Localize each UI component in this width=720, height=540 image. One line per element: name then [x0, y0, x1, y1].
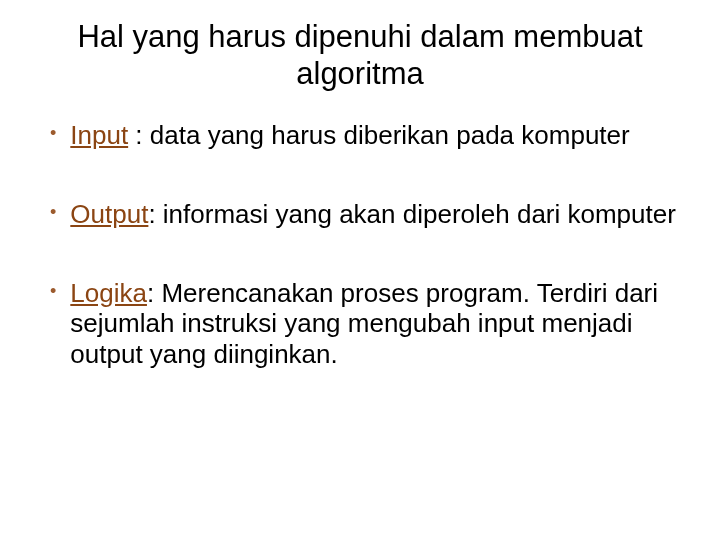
bullet-text: Logika: Merencanakan proses program. Ter… [70, 278, 676, 370]
separator: : [128, 120, 150, 150]
bullet-text: Input : data yang harus diberikan pada k… [70, 120, 629, 151]
term: Output [70, 199, 148, 229]
description: informasi yang akan diperoleh dari kompu… [163, 199, 676, 229]
description: data yang harus diberikan pada komputer [150, 120, 630, 150]
list-item: • Output: informasi yang akan diperoleh … [44, 199, 676, 230]
bullet-icon: • [50, 199, 56, 226]
term: Input [70, 120, 128, 150]
separator: : [148, 199, 162, 229]
term: Logika [70, 278, 147, 308]
bullet-icon: • [50, 120, 56, 147]
bullet-text: Output: informasi yang akan diperoleh da… [70, 199, 676, 230]
slide-title: Hal yang harus dipenuhi dalam membuat al… [44, 18, 676, 92]
bullet-icon: • [50, 278, 56, 305]
separator: : [147, 278, 161, 308]
list-item: • Input : data yang harus diberikan pada… [44, 120, 676, 151]
list-item: • Logika: Merencanakan proses program. T… [44, 278, 676, 370]
